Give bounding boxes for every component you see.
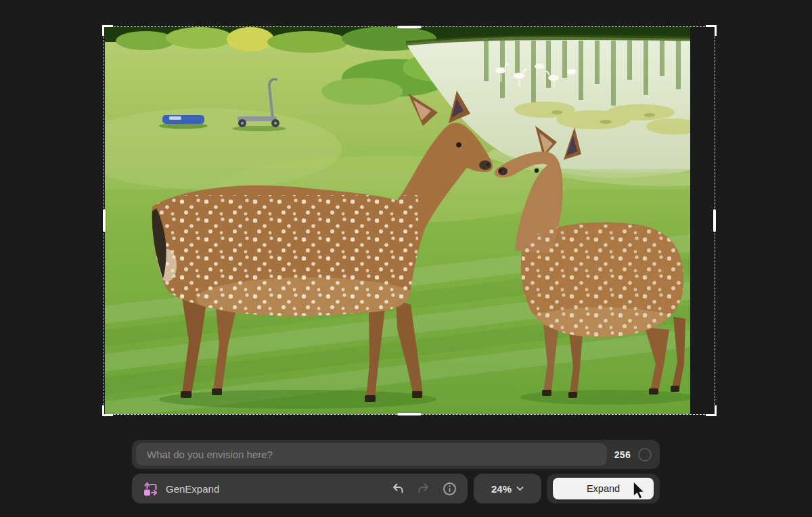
canvas-image[interactable] bbox=[105, 27, 690, 414]
info-button[interactable] bbox=[440, 479, 459, 498]
redo-icon bbox=[417, 482, 430, 495]
selection-handle-bottom[interactable] bbox=[397, 413, 422, 415]
editor-screen: 256 GenExpand bbox=[0, 0, 812, 517]
selection-handle-left[interactable] bbox=[103, 209, 106, 232]
deer-photo-illustration bbox=[105, 27, 690, 414]
counter-ring-icon bbox=[638, 448, 652, 462]
prompt-bar: 256 bbox=[132, 440, 660, 469]
tool-label: GenExpand bbox=[166, 483, 219, 495]
selection-handle-right[interactable] bbox=[713, 209, 716, 232]
info-icon bbox=[443, 482, 457, 496]
undo-icon bbox=[391, 482, 405, 495]
selection-handle-top-left[interactable] bbox=[102, 25, 113, 36]
tool-pill: GenExpand bbox=[132, 474, 468, 503]
selection-handle-top-right[interactable] bbox=[706, 25, 717, 36]
expand-button-container: Expand bbox=[547, 474, 660, 503]
prompt-input[interactable] bbox=[136, 443, 607, 466]
expand-button[interactable]: Expand bbox=[553, 478, 654, 499]
char-counter: 256 bbox=[614, 449, 631, 460]
zoom-dropdown[interactable]: 24% bbox=[474, 474, 541, 503]
selection-handle-top[interactable] bbox=[397, 26, 422, 28]
undo-button[interactable] bbox=[388, 479, 407, 498]
genexpand-icon bbox=[142, 480, 159, 497]
selection-handle-bottom-left[interactable] bbox=[102, 405, 113, 416]
zoom-value: 24% bbox=[491, 483, 512, 495]
selection-handle-bottom-right[interactable] bbox=[706, 405, 717, 416]
redo-button[interactable] bbox=[414, 479, 433, 498]
chevron-down-icon bbox=[516, 486, 524, 491]
